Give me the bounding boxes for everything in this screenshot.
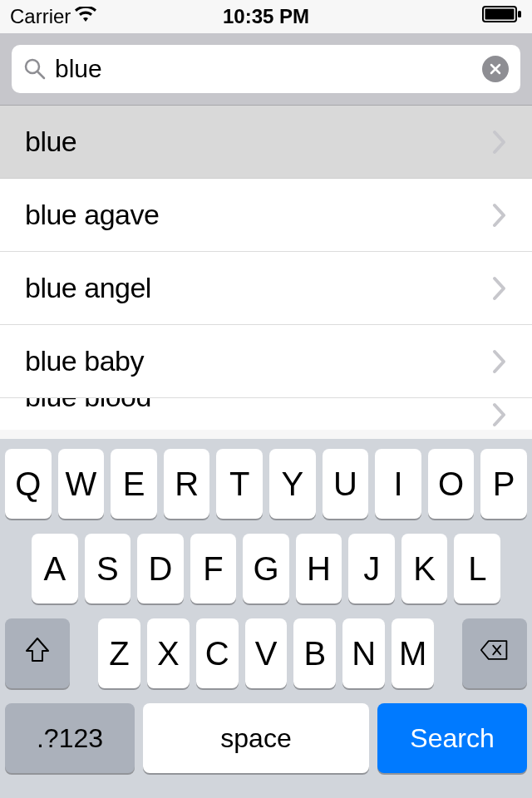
result-row[interactable]: blue bbox=[0, 106, 532, 179]
key-n[interactable]: N bbox=[342, 618, 385, 688]
clear-icon[interactable] bbox=[482, 56, 509, 82]
chevron-right-icon bbox=[492, 402, 507, 427]
key-a[interactable]: A bbox=[32, 534, 78, 603]
key-r[interactable]: R bbox=[164, 449, 210, 519]
keyboard-row-1: Q W E R T Y U I O P bbox=[5, 449, 527, 519]
backspace-key[interactable] bbox=[462, 618, 527, 688]
keyboard: Q W E R T Y U I O P A S D F G H J K L Z … bbox=[0, 439, 532, 798]
result-label: blue bbox=[25, 126, 76, 158]
chevron-right-icon bbox=[492, 130, 507, 155]
search-icon bbox=[23, 57, 47, 81]
status-right bbox=[482, 5, 522, 28]
key-s[interactable]: S bbox=[85, 534, 131, 603]
key-f[interactable]: F bbox=[190, 534, 237, 603]
space-key[interactable]: space bbox=[143, 703, 369, 773]
keyboard-row-2: A S D F G H J K L bbox=[5, 534, 527, 603]
chevron-right-icon bbox=[492, 203, 507, 228]
key-b[interactable]: B bbox=[293, 618, 336, 688]
key-c[interactable]: C bbox=[196, 618, 239, 688]
key-m[interactable]: M bbox=[392, 618, 434, 688]
status-left: Carrier bbox=[10, 5, 96, 28]
key-o[interactable]: O bbox=[428, 449, 475, 519]
status-bar: Carrier 10:35 PM bbox=[0, 0, 532, 33]
shift-icon bbox=[22, 635, 52, 672]
search-input[interactable] bbox=[55, 55, 482, 83]
result-row[interactable]: blue angel bbox=[0, 252, 532, 325]
result-label: blue blood bbox=[25, 398, 151, 413]
key-t[interactable]: T bbox=[216, 449, 263, 519]
search-key[interactable]: Search bbox=[377, 703, 527, 773]
battery-icon bbox=[482, 5, 522, 28]
results-list[interactable]: blue blue agave blue angel blue baby blu… bbox=[0, 106, 532, 430]
carrier-label: Carrier bbox=[10, 5, 71, 28]
key-z[interactable]: Z bbox=[98, 618, 140, 688]
key-d[interactable]: D bbox=[137, 534, 184, 603]
key-p[interactable]: P bbox=[480, 449, 527, 519]
result-row[interactable]: blue baby bbox=[0, 325, 532, 398]
svg-rect-2 bbox=[518, 11, 521, 17]
backspace-icon bbox=[480, 635, 510, 672]
wifi-icon bbox=[75, 5, 96, 28]
key-g[interactable]: G bbox=[243, 534, 289, 603]
shift-key[interactable] bbox=[5, 618, 70, 688]
result-label: blue agave bbox=[25, 199, 159, 231]
chevron-right-icon bbox=[492, 276, 507, 301]
key-i[interactable]: I bbox=[375, 449, 421, 519]
keyboard-row-4: .?123 space Search bbox=[5, 703, 527, 773]
key-w[interactable]: W bbox=[58, 449, 105, 519]
key-h[interactable]: H bbox=[296, 534, 342, 603]
search-field[interactable] bbox=[12, 45, 520, 93]
key-u[interactable]: U bbox=[323, 449, 369, 519]
key-q[interactable]: Q bbox=[5, 449, 52, 519]
numbers-key[interactable]: .?123 bbox=[5, 703, 135, 773]
key-e[interactable]: E bbox=[111, 449, 157, 519]
key-k[interactable]: K bbox=[401, 534, 448, 603]
key-l[interactable]: L bbox=[454, 534, 500, 603]
keyboard-row-3: Z X C V B N M bbox=[5, 618, 527, 688]
result-row[interactable]: blue agave bbox=[0, 179, 532, 252]
result-label: blue angel bbox=[25, 272, 151, 304]
key-y[interactable]: Y bbox=[269, 449, 316, 519]
result-label: blue baby bbox=[25, 345, 144, 377]
svg-rect-1 bbox=[485, 9, 515, 20]
chevron-right-icon bbox=[492, 349, 507, 374]
search-bar bbox=[0, 33, 532, 106]
key-x[interactable]: X bbox=[147, 618, 190, 688]
result-row[interactable]: blue blood bbox=[0, 398, 532, 430]
svg-line-4 bbox=[37, 71, 44, 78]
key-j[interactable]: J bbox=[348, 534, 395, 603]
key-v[interactable]: V bbox=[245, 618, 288, 688]
